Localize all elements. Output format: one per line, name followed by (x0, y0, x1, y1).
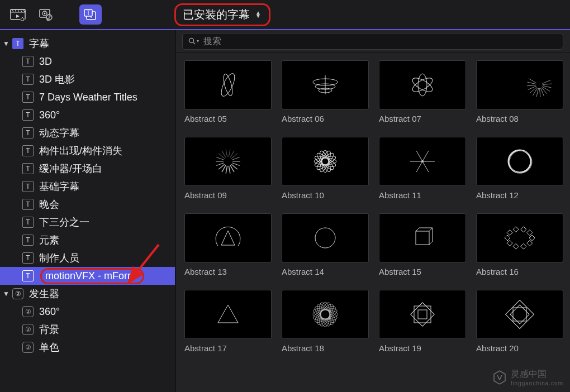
sidebar-item-label: 基础字幕 (39, 180, 79, 193)
svg-line-35 (529, 79, 536, 83)
grid-item[interactable]: Abstract 18 (282, 290, 369, 353)
grid-item[interactable]: Abstract 13 (184, 213, 272, 276)
item-label: Abstract 11 (379, 190, 466, 200)
search-input[interactable] (203, 36, 557, 46)
item-label: Abstract 08 (476, 114, 563, 123)
title-icon: T (22, 56, 34, 67)
tab-media-icon[interactable] (7, 4, 29, 25)
grid-item[interactable]: Abstract 06 (282, 60, 369, 123)
sidebar-item[interactable]: T下三分之一 (0, 213, 175, 231)
grid-item[interactable]: Abstract 15 (379, 213, 466, 276)
sidebar-category[interactable]: ▼T字幕 (0, 35, 175, 52)
title-icon: T (12, 38, 23, 49)
thumbnail (282, 137, 369, 186)
svg-point-78 (321, 302, 330, 327)
sidebar-category[interactable]: ▼②发生器 (0, 285, 175, 303)
sidebar-item[interactable]: T制作人员 (0, 249, 175, 267)
thumbnail (476, 60, 563, 109)
item-label: Abstract 16 (476, 267, 563, 276)
sidebar-item-label: 制作人员 (39, 251, 79, 265)
thumbnail (184, 213, 272, 262)
grid-item[interactable]: Abstract 20 (476, 290, 563, 353)
title-icon: T (22, 235, 34, 246)
thumbnail (184, 290, 272, 339)
item-label: Abstract 09 (184, 190, 272, 200)
grid-item[interactable]: Abstract 12 (476, 137, 563, 200)
item-label: Abstract 18 (282, 343, 369, 353)
thumbnail (282, 290, 369, 339)
sidebar-item[interactable]: T晚会 (0, 195, 175, 213)
svg-line-30 (533, 88, 538, 95)
sidebar-item[interactable]: T缓冲器/开场白 (0, 160, 175, 178)
svg-line-22 (543, 80, 551, 83)
svg-line-28 (540, 88, 540, 97)
sidebar-item-label: 下三分之一 (39, 216, 89, 229)
tab-audio-icon[interactable] (35, 4, 57, 25)
category-label: 字幕 (29, 37, 49, 50)
sidebar-item[interactable]: T元素 (0, 231, 175, 249)
chevron-updown-icon: ▲▼ (255, 11, 261, 18)
sidebar-item[interactable]: T动态字幕 (0, 124, 175, 142)
svg-line-67 (422, 151, 429, 161)
sidebar-item[interactable]: ②背景 (0, 321, 175, 338)
search-box[interactable]: ▾ (182, 33, 563, 50)
title-icon: T (22, 145, 34, 156)
generator-icon: ② (12, 288, 23, 299)
item-label: Abstract 15 (379, 267, 466, 276)
sidebar-item-label: 缓冲器/开场白 (39, 162, 102, 175)
generator-icon: ② (22, 306, 34, 317)
sidebar-item[interactable]: TmotionVFX - mForm (0, 267, 175, 285)
thumbnail (379, 137, 466, 186)
grid-item[interactable]: Abstract 11 (379, 137, 466, 200)
svg-line-12 (193, 42, 196, 44)
svg-line-29 (536, 88, 539, 97)
svg-line-63 (422, 161, 429, 172)
grid-item[interactable]: Abstract 07 (379, 60, 466, 123)
thumbnail (184, 60, 272, 109)
thumbnail (476, 213, 563, 262)
sidebar-item-label: 动态字幕 (39, 126, 79, 140)
grid-item[interactable]: Abstract 16 (476, 213, 563, 276)
tab-titles-icon[interactable]: TT (79, 4, 102, 25)
title-icon: T (22, 109, 34, 121)
search-icon: ▾ (188, 37, 199, 45)
item-label: Abstract 05 (184, 114, 272, 123)
sidebar-item[interactable]: T构件出现/构件消失 (0, 142, 175, 160)
sidebar-item-label: 3D (39, 56, 52, 68)
svg-rect-72 (416, 231, 429, 245)
svg-line-40 (229, 166, 230, 174)
sidebar-item[interactable]: T360° (0, 106, 175, 124)
svg-line-31 (530, 87, 536, 93)
svg-point-75 (312, 304, 338, 326)
category-dropdown[interactable]: 已安装的字幕 ▲▼ (174, 3, 270, 26)
sidebar-item[interactable]: T3D 电影 (0, 70, 175, 88)
svg-point-73 (313, 310, 338, 319)
svg-line-47 (218, 154, 225, 159)
grid-item[interactable]: Abstract 10 (282, 137, 369, 200)
sidebar-item-label: 3D 电影 (39, 73, 75, 86)
sidebar-item[interactable]: T基础字幕 (0, 178, 175, 195)
grid-item[interactable]: Abstract 09 (184, 137, 272, 200)
sidebar-item-label: 360° (39, 109, 60, 121)
svg-line-32 (528, 86, 536, 89)
svg-line-52 (231, 154, 238, 159)
svg-line-26 (542, 88, 547, 94)
svg-rect-85 (418, 310, 427, 319)
sidebar-item[interactable]: ②360° (0, 303, 175, 321)
title-icon: T (22, 92, 34, 103)
title-icon: T (22, 181, 34, 192)
sidebar-item[interactable]: T7 Days Weather Titles (0, 88, 175, 106)
thumbnail (476, 290, 563, 339)
item-label: Abstract 14 (282, 267, 369, 276)
grid-item[interactable]: Abstract 14 (282, 213, 369, 276)
grid-item[interactable]: Abstract 05 (184, 60, 272, 123)
grid-item[interactable]: Abstract 08 (476, 60, 563, 123)
item-label: Abstract 20 (476, 343, 563, 353)
svg-line-27 (540, 88, 544, 97)
sidebar-item-label: 单色 (39, 341, 59, 354)
sidebar-item[interactable]: T3D (0, 52, 175, 70)
grid-item[interactable]: Abstract 19 (379, 290, 466, 353)
grid-item[interactable]: Abstract 17 (184, 290, 272, 353)
sidebar-item[interactable]: ②单色 (0, 338, 175, 356)
title-icon: T (22, 270, 34, 281)
